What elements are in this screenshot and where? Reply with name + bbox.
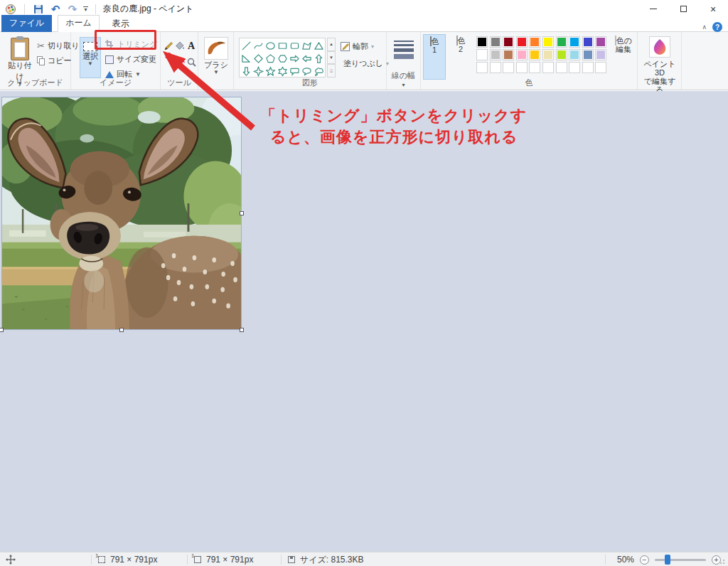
- selection-handle-bottom-right[interactable]: [240, 328, 244, 332]
- select-dropdown-caret[interactable]: ▼: [87, 62, 93, 66]
- zoom-out-button[interactable]: −: [640, 555, 649, 565]
- annotation-arrow: [139, 39, 274, 139]
- undo-icon[interactable]: ↶: [49, 3, 62, 16]
- selection-handle-bottom-left[interactable]: [0, 328, 4, 332]
- image-size-icon: 1: [193, 555, 203, 565]
- selection-handle-bottom[interactable]: [119, 328, 124, 332]
- shape-right-arrow-icon[interactable]: [289, 52, 301, 65]
- palette-color-880015[interactable]: [503, 36, 514, 48]
- palette-empty-slot[interactable]: [516, 62, 528, 73]
- status-bar: 1 791 × 791px 1 791 × 791px サイズ: 815.3KB…: [0, 552, 728, 566]
- palette-color-000000[interactable]: [476, 36, 488, 48]
- palette-color-efe4b0[interactable]: [542, 49, 554, 60]
- clipboard-section-label: クリップボード: [0, 78, 70, 88]
- palette-empty-slot[interactable]: [569, 62, 580, 73]
- palette-color-a349a4[interactable]: [595, 36, 606, 48]
- redo-icon[interactable]: ↷: [66, 3, 79, 16]
- tab-home[interactable]: ホーム: [58, 15, 100, 32]
- close-button[interactable]: ×: [698, 0, 728, 18]
- shape-hexagon-icon[interactable]: [277, 52, 289, 65]
- shapes-scroll-down-icon[interactable]: ▼: [327, 51, 336, 65]
- palette-color-fff200[interactable]: [542, 36, 554, 48]
- save-icon[interactable]: [32, 3, 45, 16]
- line-width-dropdown-caret[interactable]: ▾: [387, 83, 420, 87]
- scissors-icon: ✂: [37, 41, 45, 51]
- palette-empty-slot[interactable]: [595, 62, 606, 73]
- shape-cloud-callout-icon[interactable]: [313, 65, 325, 78]
- palette-color-b97a57[interactable]: [503, 49, 514, 60]
- paint3d-button[interactable]: ペイント 3D で編集する: [642, 36, 678, 94]
- section-colors: 色 1 色 2 色の 編集 色: [421, 32, 638, 90]
- color2-button[interactable]: 色 2: [449, 34, 472, 80]
- zoom-slider[interactable]: [655, 559, 706, 561]
- zoom-slider-thumb[interactable]: [665, 555, 670, 565]
- palette-empty-slot[interactable]: [529, 62, 540, 73]
- shape-rectangle-icon[interactable]: [277, 39, 289, 52]
- line-width-icon[interactable]: [394, 41, 414, 61]
- palette-color-00a2e8[interactable]: [569, 36, 580, 48]
- selection-size-icon: 1: [97, 555, 107, 565]
- section-line-width: 線の幅 ▾: [387, 32, 421, 90]
- outline-button[interactable]: 輪郭 ▾: [341, 41, 385, 52]
- minimize-button[interactable]: [638, 0, 668, 18]
- shape-triangle-icon[interactable]: [313, 39, 325, 52]
- palette-color-7f7f7f[interactable]: [490, 36, 501, 48]
- palette-color-ff7f27[interactable]: [529, 36, 540, 48]
- section-clipboard: 貼り付け ▼ ✂ 切り取り コピー クリップボード: [0, 32, 71, 90]
- palette-color-ed1c24[interactable]: [516, 36, 528, 48]
- palette-color-99d9ea[interactable]: [569, 49, 580, 60]
- line-width-label: 線の幅: [387, 70, 420, 81]
- shape-six-point-star-icon[interactable]: [277, 65, 289, 78]
- annotation-text: 「トリミング」ボタンをクリックす ると、画像を正方形に切り取れる: [260, 105, 527, 148]
- palette-color-22b14c[interactable]: [556, 36, 567, 48]
- shapes-scroll-up-icon[interactable]: ▲: [327, 38, 336, 51]
- edit-colors-button[interactable]: 色の 編集: [611, 36, 636, 53]
- palette-empty-slot[interactable]: [556, 62, 567, 73]
- help-icon[interactable]: ?: [712, 22, 722, 32]
- copy-button[interactable]: コピー: [37, 55, 72, 66]
- shape-fill-button[interactable]: 塗りつぶし ▾: [341, 58, 385, 69]
- collapse-ribbon-icon[interactable]: ∧: [702, 23, 707, 31]
- shape-up-arrow-icon[interactable]: [313, 52, 325, 65]
- palette-empty-slot[interactable]: [490, 62, 501, 73]
- shapes-more-icon[interactable]: ⍗: [327, 64, 336, 78]
- colors-section-label: 色: [421, 78, 637, 88]
- section-paint3d: ペイント 3D で編集する: [638, 32, 682, 90]
- palette-empty-slot[interactable]: [503, 62, 514, 73]
- palette-color-c8bfe7[interactable]: [595, 49, 606, 60]
- palette-color-c3c3c3[interactable]: [490, 49, 501, 60]
- copy-icon: [37, 56, 45, 65]
- shape-rounded-callout-icon[interactable]: [289, 65, 301, 78]
- palette-color-ffaec9[interactable]: [516, 49, 528, 60]
- paint-window: ↶ ↷ ▾ 奈良の鹿.jpg - ペイント × ファイル ホーム 表示 貼り付け…: [0, 0, 728, 566]
- ribbon-filler: ∧ ?: [682, 32, 728, 90]
- image-size-indicator: 1 791 × 791px: [193, 552, 253, 566]
- selection-handle-right[interactable]: [240, 211, 244, 215]
- palette-empty-slot[interactable]: [542, 62, 554, 73]
- palette-color-ffc90e[interactable]: [529, 49, 540, 60]
- palette-color-3f48cc[interactable]: [582, 36, 594, 48]
- palette-color-b5e61d[interactable]: [556, 49, 567, 60]
- quick-access-toolbar: ↶ ↷ ▾: [4, 3, 99, 16]
- palette-color-ffffff[interactable]: [476, 49, 488, 60]
- palette-color-7092be[interactable]: [582, 49, 594, 60]
- color1-button[interactable]: 色 1: [423, 34, 446, 80]
- palette-empty-slot[interactable]: [582, 62, 594, 73]
- tab-file[interactable]: ファイル: [1, 15, 52, 32]
- window-title: 奈良の鹿.jpg - ペイント: [103, 3, 193, 15]
- move-crosshair-icon: [6, 555, 16, 565]
- qat-dropdown-icon[interactable]: ▾: [83, 6, 88, 11]
- file-size-indicator: サイズ: 815.3KB: [287, 552, 364, 566]
- shape-polygon-icon[interactable]: [301, 39, 313, 52]
- resize-grip[interactable]: [719, 557, 727, 565]
- outline-dropdown-caret[interactable]: ▾: [371, 45, 374, 49]
- canvas-area[interactable]: [0, 91, 728, 552]
- shape-left-arrow-icon[interactable]: [301, 52, 313, 65]
- shape-oval-callout-icon[interactable]: [301, 65, 313, 78]
- palette-empty-slot[interactable]: [476, 62, 488, 73]
- clipboard-icon: [11, 38, 29, 60]
- resize-icon: [105, 55, 114, 64]
- rotate-icon: [105, 71, 114, 78]
- shape-rounded-rectangle-icon[interactable]: [289, 39, 301, 52]
- maximize-button[interactable]: [668, 0, 698, 18]
